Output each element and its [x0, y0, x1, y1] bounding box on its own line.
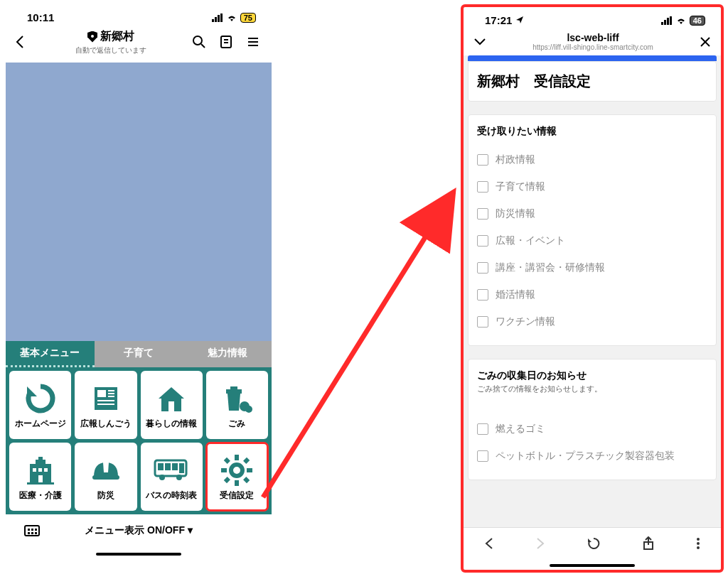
svg-rect-36: [172, 463, 178, 470]
tile-garbage[interactable]: ごみ: [206, 371, 268, 439]
nav-share-icon[interactable]: [642, 536, 655, 551]
tab-attraction[interactable]: 魅力情報: [183, 341, 272, 367]
option-row[interactable]: 燃えるゴミ: [477, 416, 707, 443]
option-label: 広報・イベント: [496, 234, 565, 247]
status-time: 10:11: [27, 11, 54, 23]
page-title: 新郷村 受信設定: [477, 72, 707, 91]
checkbox[interactable]: [477, 316, 488, 328]
checkbox[interactable]: [477, 450, 488, 462]
svg-rect-21: [230, 386, 237, 389]
option-label: 講座・講習会・研修情報: [496, 261, 605, 274]
svg-rect-2: [218, 15, 220, 22]
menu-icon[interactable]: [246, 35, 263, 49]
nav-reload-icon[interactable]: [587, 536, 601, 551]
checkbox[interactable]: [477, 181, 488, 193]
svg-rect-13: [97, 390, 106, 397]
svg-line-5: [201, 44, 205, 48]
option-row[interactable]: 子育て情報: [477, 173, 707, 200]
helmet-icon: [88, 453, 124, 488]
checkbox[interactable]: [477, 423, 488, 435]
tab-childcare[interactable]: 子育て: [95, 341, 183, 367]
svg-rect-25: [27, 482, 54, 485]
menu-toggle[interactable]: メニュー表示 ON/OFF ▾: [85, 524, 193, 537]
sheet-url: https://liff.vill-shingo.line-smartcity.…: [492, 43, 694, 51]
checkbox[interactable]: [477, 208, 488, 220]
option-row[interactable]: ペットボトル・プラスチック製容器包装: [477, 443, 707, 470]
checkbox[interactable]: [477, 262, 488, 274]
menu-tabs: 基本メニュー 子育て 魅力情報: [6, 341, 272, 367]
signal-icon: [212, 13, 223, 22]
close-icon[interactable]: [700, 36, 711, 48]
svg-rect-53: [670, 16, 672, 25]
option-row[interactable]: 防災情報: [477, 200, 707, 227]
section-garbage: ごみの収集日のお知らせ ごみ捨ての情報をお知らせします。 燃えるゴミ ペットボト…: [468, 359, 717, 480]
checkbox[interactable]: [477, 289, 488, 301]
trash-icon: [219, 381, 255, 416]
svg-rect-32: [92, 475, 119, 480]
status-right: 75: [212, 13, 256, 23]
nav-more-icon[interactable]: [696, 537, 700, 550]
svg-rect-19: [168, 401, 174, 411]
option-label: 子育て情報: [496, 180, 545, 193]
tile-label: バスの時刻表: [146, 491, 197, 500]
gear-icon: [219, 453, 255, 488]
svg-rect-3: [220, 13, 223, 22]
tile-homepage[interactable]: ホームページ: [9, 371, 71, 439]
option-row[interactable]: 婚活情報: [477, 281, 707, 308]
tab-basic[interactable]: 基本メニュー: [6, 341, 95, 367]
search-icon[interactable]: [192, 35, 209, 49]
tile-label: ごみ: [228, 419, 245, 428]
option-row[interactable]: 講座・講習会・研修情報: [477, 254, 707, 281]
svg-rect-29: [38, 468, 42, 472]
status-time-row: 17:21: [485, 14, 524, 26]
signal-icon: [661, 16, 673, 25]
status-right: 46: [661, 16, 705, 26]
option-row[interactable]: 村政情報: [477, 146, 707, 173]
tile-koho[interactable]: 広報しんごう: [75, 371, 136, 439]
tile-label: ホームページ: [15, 419, 66, 428]
checkbox[interactable]: [477, 235, 488, 247]
annotation-arrow: [256, 163, 469, 533]
tile-label: 医療・介護: [19, 491, 62, 500]
back-button[interactable]: [14, 35, 30, 49]
phone-left: 10:11 75 新郷村 自動で返信しています: [6, 4, 272, 573]
sheet-body[interactable]: 新郷村 受信設定 受け取りたい情報 村政情報 子育て情報 防災情報 広報・イベン…: [464, 55, 721, 527]
newspaper-icon: [88, 381, 124, 416]
tile-disaster[interactable]: 防災: [75, 443, 136, 511]
svg-rect-30: [44, 468, 48, 472]
svg-rect-31: [38, 475, 43, 482]
section-title: ごみの収集日のお知らせ: [477, 369, 707, 382]
nav-back-icon[interactable]: [484, 537, 494, 550]
chat-background: [6, 63, 272, 341]
battery-icon: 75: [240, 13, 256, 23]
tile-label: 防災: [97, 491, 114, 500]
option-row[interactable]: 広報・イベント: [477, 227, 707, 254]
nav-forward-icon: [535, 537, 545, 550]
svg-rect-52: [667, 18, 669, 25]
option-label: 燃えるゴミ: [496, 423, 545, 435]
svg-point-39: [176, 475, 182, 480]
svg-rect-20: [226, 389, 242, 394]
phone-right: 17:21 46 lsc-web-liff https://liff.vill-…: [461, 4, 724, 573]
option-label: 防災情報: [496, 207, 535, 220]
note-icon[interactable]: [219, 35, 236, 49]
section-title: 受け取りたい情報: [477, 125, 707, 138]
svg-rect-35: [165, 463, 171, 470]
svg-rect-45: [224, 458, 230, 464]
keyboard-icon[interactable]: [24, 525, 40, 536]
svg-rect-15: [97, 404, 114, 405]
hospital-icon: [23, 453, 58, 488]
tile-bus[interactable]: バスの時刻表: [141, 443, 203, 511]
tile-settings[interactable]: 受信設定: [206, 443, 268, 511]
chat-subtitle: 自動で返信しています: [37, 45, 185, 55]
svg-point-40: [231, 465, 242, 476]
option-row[interactable]: ワクチン情報: [477, 308, 707, 335]
chevron-down-icon[interactable]: [473, 38, 486, 46]
refresh-icon: [23, 381, 58, 416]
tile-medical[interactable]: 医療・介護: [9, 443, 71, 511]
svg-rect-17: [108, 393, 114, 394]
tile-living[interactable]: 暮らしの情報: [141, 371, 203, 439]
checkbox[interactable]: [477, 154, 488, 166]
svg-rect-50: [661, 22, 663, 25]
svg-rect-18: [108, 396, 114, 397]
